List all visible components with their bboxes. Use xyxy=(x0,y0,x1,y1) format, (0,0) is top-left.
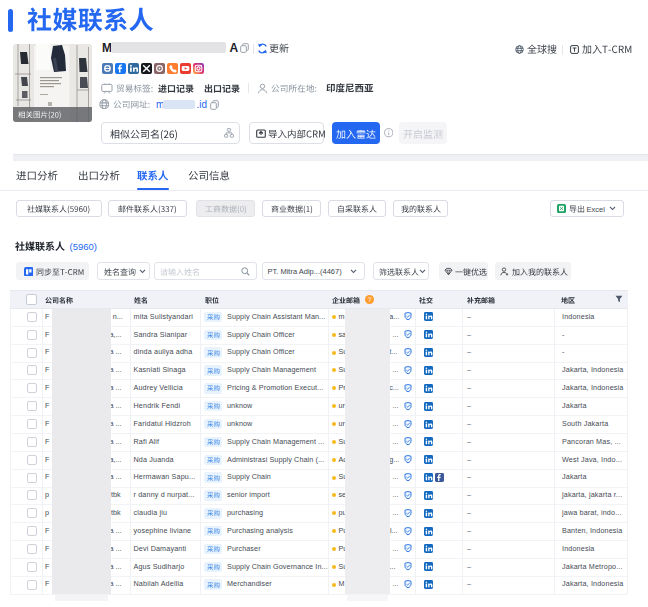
svg-text:?: ? xyxy=(367,295,371,302)
